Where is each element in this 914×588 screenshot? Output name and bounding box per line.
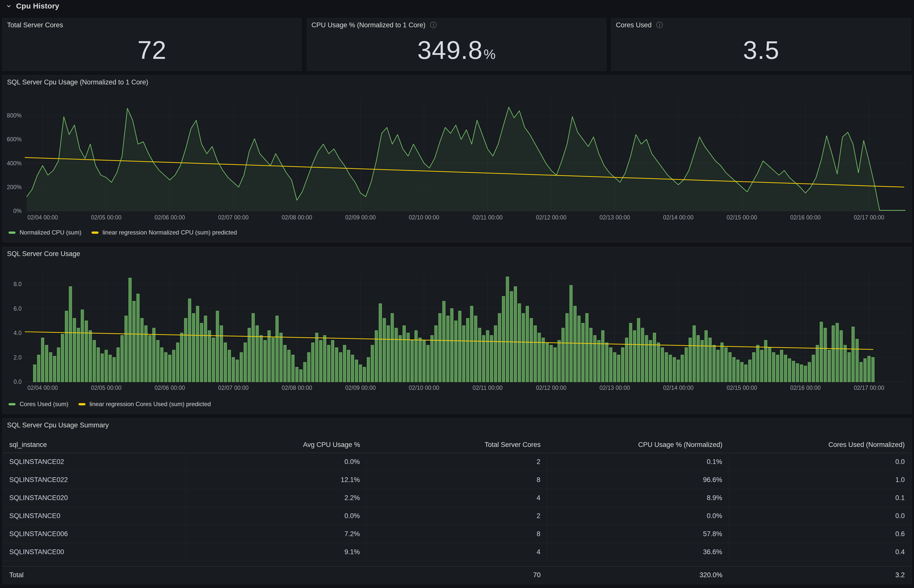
- core-usage-bar: [848, 352, 851, 382]
- core-usage-bar: [308, 352, 310, 382]
- core-usage-bar: [164, 352, 167, 382]
- x-axis-tick: 02/12 00:00: [536, 214, 566, 221]
- x-axis-tick: 02/04 00:00: [28, 214, 58, 221]
- core-usage-bar: [736, 360, 739, 382]
- core-usage-bar: [288, 350, 290, 382]
- core-usage-bar: [832, 326, 835, 382]
- core-usage-bar: [756, 345, 759, 382]
- core-usage-bar: [788, 359, 791, 382]
- core-usage-bar: [752, 352, 755, 382]
- core-usage-bar: [300, 370, 302, 382]
- core-usage-bar: [292, 355, 294, 382]
- panel-title[interactable]: Total Server Cores: [7, 21, 63, 29]
- sql-instance-cell: SQLINSTANCE0: [3, 507, 186, 525]
- core-usage-bar: [649, 340, 652, 382]
- value-cell: 0.0%: [186, 453, 366, 471]
- panel-title[interactable]: SQL Server Cpu Usage (Normalized to 1 Co…: [7, 78, 148, 86]
- panel-title[interactable]: SQL Server Core Usage: [7, 250, 80, 258]
- core-usage-bar: [530, 318, 533, 382]
- core-usage-bar: [685, 348, 687, 382]
- core-usage-bar: [224, 343, 227, 382]
- core-usage-bar: [148, 336, 151, 382]
- panel-title-text: SQL Server Core Usage: [7, 250, 80, 258]
- legend-swatch-icon: [92, 231, 99, 234]
- core-usage-bar: [601, 330, 604, 382]
- core-usage-bar: [557, 340, 561, 382]
- core-usage-bar: [371, 345, 374, 382]
- stat-value: 349.8 %: [417, 36, 496, 65]
- value-cell: 1.0: [729, 471, 911, 489]
- stat-number: 3.5: [743, 36, 779, 65]
- stat-value: 3.5: [743, 36, 779, 65]
- total-value-cell: 320.0%: [547, 571, 729, 579]
- core-usage-bar: [355, 360, 358, 382]
- core-usage-bar: [411, 340, 413, 382]
- column-header-4[interactable]: Cores Used (Normalized): [729, 441, 911, 449]
- value-cell: 0.1%: [547, 453, 729, 471]
- core-usage-bar: [363, 367, 366, 382]
- panel-title-text: SQL Server Cpu Usage (Normalized to 1 Co…: [7, 78, 148, 86]
- core-usage-bar: [73, 318, 76, 382]
- section-header-cpu-history[interactable]: Cpu History: [0, 0, 914, 12]
- core-usage-bar: [661, 348, 664, 382]
- core-usage-bar: [387, 326, 390, 382]
- core-usage-bar: [522, 313, 525, 382]
- core-usage-bar: [117, 348, 120, 382]
- core-usage-bar: [141, 318, 143, 382]
- panel-title[interactable]: SQL Server Cpu Usage Summary: [7, 422, 109, 429]
- legend-item[interactable]: Normalized CPU (sum): [8, 229, 81, 236]
- column-header-0[interactable]: sql_instance: [3, 441, 186, 449]
- x-axis-tick: 02/09 00:00: [345, 384, 376, 391]
- core-usage-bar: [316, 333, 318, 382]
- sql-instance-cell: SQLINSTANCE022: [3, 471, 186, 489]
- core-usage-bar: [303, 362, 306, 382]
- core-usage-bar: [101, 354, 104, 382]
- legend-item[interactable]: linear regression Normalized CPU (sum) p…: [92, 229, 237, 236]
- core-usage-bar: [196, 306, 199, 382]
- x-axis-tick: 02/08 00:00: [282, 214, 312, 221]
- column-header-3[interactable]: CPU Usage % (Normalized): [547, 441, 729, 449]
- legend-item[interactable]: linear regression Cores Used (sum) predi…: [78, 401, 211, 408]
- legend-item[interactable]: Cores Used (sum): [8, 401, 68, 408]
- core-usage-bar-chart[interactable]: 0.02.04.06.08.002/04 00:0002/05 00:0002/…: [3, 247, 911, 414]
- chevron-down-icon[interactable]: [5, 3, 12, 9]
- core-usage-bar: [335, 348, 338, 382]
- value-cell: 96.6%: [547, 471, 729, 489]
- timeseries-panel-cpu-usage: SQL Server Cpu Usage (Normalized to 1 Co…: [2, 75, 912, 242]
- panel-title-text: Total Server Cores: [7, 21, 63, 29]
- core-usage-bar: [347, 350, 350, 382]
- core-usage-bar: [156, 340, 159, 382]
- panel-title-text: SQL Server Cpu Usage Summary: [7, 422, 109, 429]
- core-usage-bar: [812, 355, 815, 382]
- core-usage-bar: [836, 323, 838, 382]
- info-icon[interactable]: ⓘ: [656, 22, 663, 29]
- core-usage-bar: [105, 350, 108, 382]
- table-row: SQLINSTANCE0202.2%48.9%0.1: [3, 489, 911, 507]
- core-usage-bar: [717, 350, 720, 382]
- core-usage-bar: [653, 333, 656, 382]
- core-usage-bar: [518, 304, 521, 382]
- core-usage-bar: [200, 323, 203, 382]
- panel-title[interactable]: CPU Usage % (Normalized to 1 Core) ⓘ: [311, 21, 437, 29]
- core-usage-bar: [383, 318, 386, 382]
- column-header-1[interactable]: Avg CPU Usage %: [186, 441, 366, 449]
- core-usage-bar: [502, 296, 505, 382]
- core-usage-bar: [478, 328, 481, 382]
- core-usage-bar: [431, 336, 433, 382]
- panel-title[interactable]: Cores Used ⓘ: [616, 21, 663, 29]
- core-usage-bar: [252, 313, 254, 382]
- core-usage-bar: [498, 313, 501, 382]
- table-row: SQLINSTANCE009.1%436.6%0.4: [3, 543, 911, 561]
- core-usage-bar: [864, 359, 866, 382]
- cpu-usage-line-chart[interactable]: 0%200%400%600%800%02/04 00:0002/05 00:00…: [3, 76, 911, 242]
- core-usage-bar: [268, 330, 271, 382]
- info-icon[interactable]: ⓘ: [430, 22, 437, 29]
- sql-instance-cell: SQLINSTANCE020: [3, 489, 186, 507]
- core-usage-bar: [343, 345, 346, 382]
- core-usage-bar: [419, 338, 421, 382]
- x-axis-tick: 02/10 00:00: [409, 384, 439, 391]
- core-usage-bar: [53, 356, 56, 382]
- core-usage-bar: [689, 338, 692, 382]
- core-usage-bar: [311, 343, 314, 382]
- column-header-2[interactable]: Total Server Cores: [366, 441, 547, 449]
